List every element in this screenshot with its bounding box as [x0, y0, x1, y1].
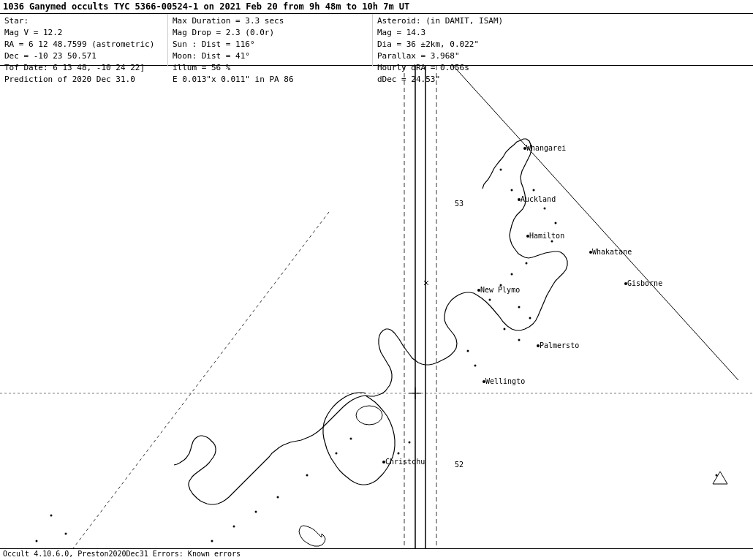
map-svg: Whangarei Auckland Hamilton Whakatane Gi… — [0, 66, 753, 548]
sun-dist: Sun : Dist = 116° — [173, 39, 368, 50]
svg-point-50 — [255, 511, 257, 513]
svg-text:Whangarei: Whangarei — [526, 144, 566, 152]
svg-point-44 — [467, 350, 469, 352]
svg-point-54 — [65, 533, 67, 535]
asteroid-mag: Mag = 14.3 — [377, 27, 749, 39]
main-title: 1036 Ganymed occults TYC 5366-00524-1 on… — [3, 1, 409, 12]
svg-point-46 — [350, 438, 352, 440]
svg-point-52 — [211, 540, 213, 542]
svg-point-30 — [500, 169, 502, 171]
svg-point-48 — [306, 474, 309, 477]
svg-text:Gisborne: Gisborne — [627, 279, 662, 287]
asteroid-parallax: Parallax = 3.968" — [377, 50, 749, 62]
svg-text:Hamilton: Hamilton — [529, 232, 564, 240]
star-tof: Tof Date: 6 13 48, -10 24 22] — [4, 62, 163, 74]
svg-point-33 — [544, 208, 546, 210]
max-duration: Max Duration = 3.3 secs — [173, 15, 368, 27]
svg-point-32 — [533, 189, 535, 192]
star-ra: RA = 6 12 48.7599 (astrometric) — [4, 39, 163, 50]
svg-text:Christchu: Christchu — [385, 458, 425, 466]
svg-text:52: 52 — [455, 461, 463, 469]
svg-point-41 — [529, 317, 531, 319]
svg-point-35 — [551, 241, 553, 243]
asteroid-dra: Hourly dRA = 0.056s — [377, 62, 749, 74]
asteroid-label: Asteroid: (in DAMIT, ISAM) — [377, 15, 749, 27]
svg-point-55 — [36, 540, 38, 542]
title-bar: 1036 Ganymed occults TYC 5366-00524-1 on… — [0, 0, 753, 14]
svg-point-9 — [356, 406, 382, 425]
svg-point-36 — [526, 262, 528, 265]
svg-text:New Plymo: New Plymo — [480, 286, 520, 294]
svg-text:53: 53 — [455, 200, 463, 208]
illum: illum = 56 % — [173, 62, 368, 74]
svg-point-34 — [555, 222, 557, 224]
svg-text:Wellingto: Wellingto — [485, 377, 525, 385]
svg-point-49 — [277, 496, 279, 499]
header: 1036 Ganymed occults TYC 5366-00524-1 on… — [0, 0, 753, 66]
ellipse: E 0.013"x 0.011" in PA 86 — [173, 74, 368, 86]
svg-text:Auckland: Auckland — [521, 195, 556, 203]
svg-point-53 — [50, 515, 53, 517]
map-area: Whangarei Auckland Hamilton Whakatane Gi… — [0, 66, 753, 548]
svg-marker-59 — [713, 472, 727, 484]
svg-text:Whakatane: Whakatane — [592, 248, 632, 256]
svg-point-45 — [474, 365, 477, 367]
star-dec: Dec = -10 23 50.571 — [4, 50, 163, 62]
svg-point-51 — [233, 526, 235, 528]
svg-point-38 — [500, 284, 502, 287]
svg-point-37 — [511, 273, 513, 276]
moon-info: Moon: Dist = 41° — [173, 50, 368, 62]
svg-point-47 — [336, 453, 338, 455]
svg-point-40 — [518, 306, 521, 309]
asteroid-dia: Dia = 36 ±2km, 0.022" — [377, 39, 749, 50]
star-prediction: Prediction of 2020 Dec 31.0 — [4, 74, 163, 86]
asteroid-info: Asteroid: (in DAMIT, ISAM) Mag = 14.3 Di… — [373, 14, 753, 67]
svg-point-31 — [511, 189, 513, 192]
footer-text: Occult 4.10.6.0, Preston2020Dec31 Errors… — [3, 550, 241, 558]
footer: Occult 4.10.6.0, Preston2020Dec31 Errors… — [0, 548, 753, 560]
svg-point-57 — [409, 442, 411, 444]
svg-point-39 — [489, 299, 491, 301]
svg-point-43 — [518, 339, 521, 341]
event-info: Max Duration = 3.3 secs Mag Drop = 2.3 (… — [168, 14, 373, 67]
asteroid-ddec: dDec = 24.53" — [377, 74, 749, 86]
svg-line-5 — [73, 212, 329, 548]
svg-point-42 — [504, 328, 506, 330]
svg-line-4 — [453, 66, 738, 380]
svg-text:Palmersto: Palmersto — [540, 341, 579, 349]
svg-point-58 — [398, 453, 400, 455]
star-label: Star: — [4, 15, 163, 27]
star-info: Star: Mag V = 12.2 RA = 6 12 48.7599 (as… — [0, 14, 168, 67]
info-row: Star: Mag V = 12.2 RA = 6 12 48.7599 (as… — [0, 14, 753, 67]
star-mag: Mag V = 12.2 — [4, 27, 163, 39]
mag-drop: Mag Drop = 2.3 (0.0r) — [173, 27, 368, 39]
